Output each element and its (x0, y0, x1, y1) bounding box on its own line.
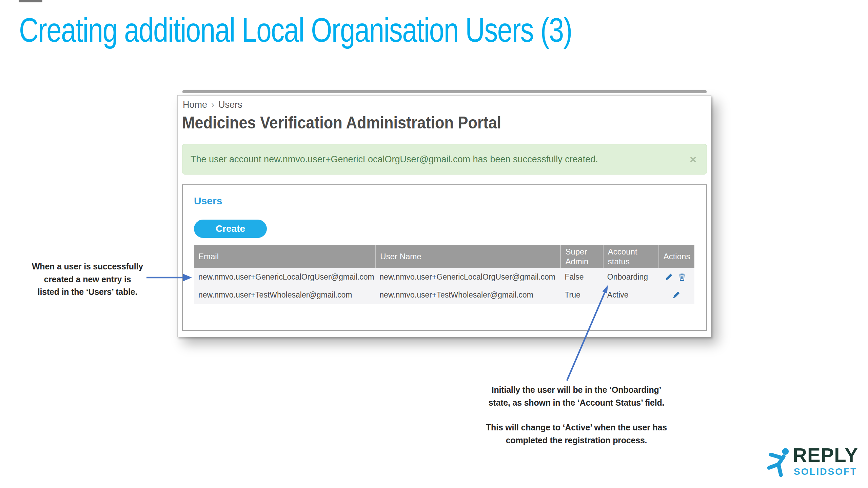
cell-email: new.nmvo.user+GenericLocalOrgUser@gmail.… (194, 268, 375, 286)
arrow-left-to-table-icon (145, 271, 193, 284)
create-button[interactable]: Create (194, 220, 267, 238)
chevron-right-icon: › (211, 100, 214, 110)
pencil-icon[interactable] (672, 291, 680, 299)
column-header-super-admin: Super Admin (560, 245, 603, 268)
column-header-account-status: Account status (603, 245, 658, 268)
slide: Creating additional Local Organisation U… (0, 0, 868, 488)
cell-actions (658, 268, 694, 286)
close-icon[interactable]: × (690, 154, 696, 165)
annotation-right-line: completed the registration process. (471, 434, 682, 447)
table-header-row: Email User Name Super Admin Account stat… (194, 245, 694, 268)
cell-user-name: new.nmvo.user+GenericLocalOrgUser@gmail.… (375, 268, 560, 286)
users-panel-heading: Users (194, 195, 222, 207)
breadcrumb-home[interactable]: Home (183, 100, 207, 110)
annotation-right-line: state, as shown in the ‘Account Status’ … (471, 396, 682, 409)
cell-email: new.nmvo.user+TestWholesaler@gmail.com (194, 286, 375, 304)
slide-title: Creating additional Local Organisation U… (19, 9, 572, 51)
pencil-icon[interactable] (665, 273, 673, 281)
annotation-right-line: This will change to ‘Active’ when the us… (471, 421, 682, 434)
annotation-left-line: created a new entry is (23, 273, 152, 286)
breadcrumb: Home › Users (183, 100, 242, 110)
logo-brand-text: REPLY (793, 445, 858, 465)
trash-icon[interactable] (678, 273, 686, 281)
column-header-user-name: User Name (375, 245, 560, 268)
column-header-email: Email (194, 245, 375, 268)
users-panel: Users Create Email User Name Super Admin… (182, 184, 707, 331)
page-title: Medicines Verification Administration Po… (182, 113, 501, 133)
portal-screenshot-card: Home › Users Medicines Verification Admi… (177, 95, 711, 337)
success-alert-message: The user account new.nmvo.user+GenericLo… (191, 154, 598, 165)
column-header-actions: Actions (658, 245, 694, 268)
annotation-left: When a user is successfully created a ne… (23, 260, 152, 299)
annotation-right: Initially the user will be in the ‘Onboa… (471, 384, 682, 447)
top-edge-artifact (19, 0, 42, 2)
cell-actions (658, 286, 694, 304)
logo-subbrand-text: SOLIDSOFT (794, 467, 857, 476)
cell-user-name: new.nmvo.user+TestWholesaler@gmail.com (375, 286, 560, 304)
screenshot-top-edge (182, 90, 707, 93)
annotation-left-line: When a user is successfully (23, 260, 152, 273)
breadcrumb-current[interactable]: Users (218, 100, 242, 110)
success-alert: The user account new.nmvo.user+GenericLo… (182, 144, 707, 175)
runner-icon (767, 447, 791, 479)
arrow-to-onboarding-icon (553, 281, 620, 386)
annotation-left-line: listed in the ‘Users’ table. (23, 286, 152, 299)
